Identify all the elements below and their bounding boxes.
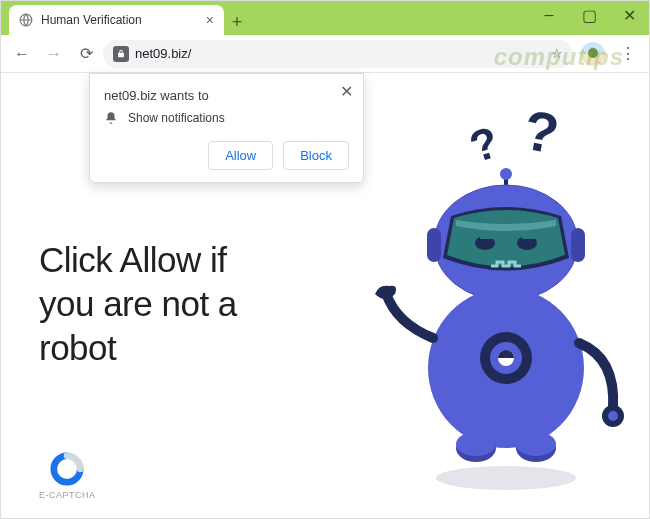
- site-info-icon[interactable]: [113, 46, 129, 62]
- tab-title: Human Verification: [41, 13, 142, 27]
- svg-point-20: [456, 432, 496, 456]
- svg-point-1: [436, 466, 576, 490]
- headline-line-2: you are not a: [39, 282, 237, 326]
- allow-button[interactable]: Allow: [208, 141, 273, 170]
- svg-point-21: [516, 432, 556, 456]
- svg-rect-7: [571, 228, 585, 262]
- bell-icon: [104, 111, 118, 125]
- block-button[interactable]: Block: [283, 141, 349, 170]
- svg-rect-6: [427, 228, 441, 262]
- prompt-site-text: net09.biz wants to: [104, 88, 349, 103]
- globe-icon: [19, 13, 33, 27]
- forward-button[interactable]: →: [39, 39, 69, 69]
- reload-button[interactable]: ⟳: [71, 39, 101, 69]
- robot-illustration: ? ?: [341, 108, 631, 498]
- ecaptcha-logo: E-CAPTCHA: [39, 452, 96, 500]
- minimize-button[interactable]: –: [529, 1, 569, 29]
- window-controls: – ▢ ✕: [529, 1, 649, 35]
- svg-rect-10: [480, 232, 492, 239]
- page-content: computips ✕ net09.biz wants to Show noti…: [1, 73, 649, 518]
- ecaptcha-icon: [50, 452, 84, 486]
- watermark-text: computips: [494, 43, 624, 71]
- svg-point-3: [500, 168, 512, 180]
- svg-rect-11: [522, 232, 534, 239]
- ecaptcha-label: E-CAPTCHA: [39, 490, 96, 500]
- page-headline: Click Allow if you are not a robot: [39, 238, 237, 369]
- question-mark-2: ?: [519, 108, 564, 166]
- notification-permission-prompt: ✕ net09.biz wants to Show notifications …: [89, 73, 364, 183]
- back-button[interactable]: ←: [7, 39, 37, 69]
- browser-tab[interactable]: Human Verification ×: [9, 5, 224, 35]
- question-mark-1: ?: [464, 117, 505, 172]
- prompt-close-icon[interactable]: ✕: [340, 82, 353, 101]
- headline-line-3: robot: [39, 326, 237, 370]
- svg-point-17: [608, 411, 618, 421]
- address-text: net09.biz/: [135, 46, 191, 61]
- tab-close-icon[interactable]: ×: [206, 12, 214, 28]
- new-tab-button[interactable]: +: [224, 9, 250, 35]
- prompt-permission-text: Show notifications: [128, 111, 225, 125]
- maximize-button[interactable]: ▢: [569, 1, 609, 29]
- headline-line-1: Click Allow if: [39, 238, 237, 282]
- window-titlebar: Human Verification × + – ▢ ✕: [1, 1, 649, 35]
- window-close-button[interactable]: ✕: [609, 1, 649, 29]
